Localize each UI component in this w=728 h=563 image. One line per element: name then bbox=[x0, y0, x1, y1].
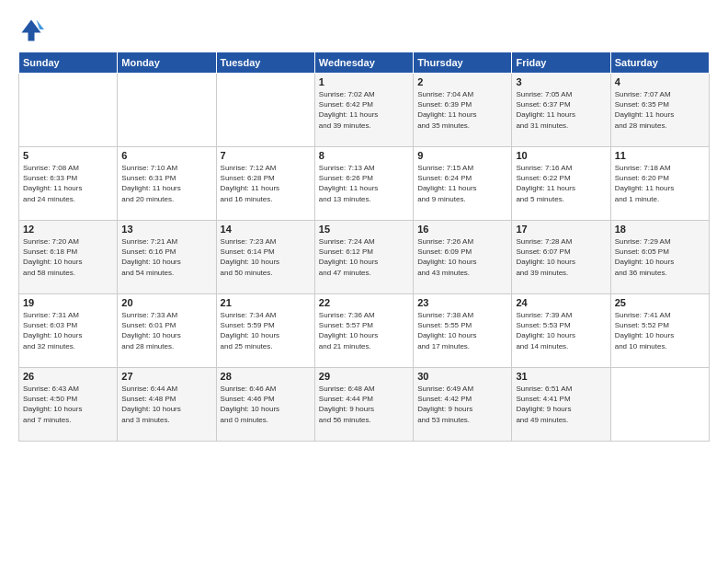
weekday-header-tuesday: Tuesday bbox=[216, 52, 314, 74]
cell-content: Sunrise: 7:24 AM Sunset: 6:12 PM Dayligh… bbox=[319, 236, 409, 278]
calendar-cell: 17Sunrise: 7:28 AM Sunset: 6:07 PM Dayli… bbox=[512, 221, 610, 294]
cell-content: Sunrise: 7:20 AM Sunset: 6:18 PM Dayligh… bbox=[23, 236, 113, 278]
calendar-cell: 23Sunrise: 7:38 AM Sunset: 5:55 PM Dayli… bbox=[414, 294, 512, 368]
day-number: 28 bbox=[221, 371, 311, 382]
day-number: 18 bbox=[615, 224, 705, 235]
cell-content: Sunrise: 7:18 AM Sunset: 6:20 PM Dayligh… bbox=[615, 163, 705, 204]
cell-content: Sunrise: 7:02 AM Sunset: 6:42 PM Dayligh… bbox=[319, 89, 409, 131]
calendar-cell: 18Sunrise: 7:29 AM Sunset: 6:05 PM Dayli… bbox=[610, 221, 709, 294]
cell-content: Sunrise: 7:16 AM Sunset: 6:22 PM Dayligh… bbox=[516, 163, 606, 204]
calendar-cell: 6Sunrise: 7:10 AM Sunset: 6:31 PM Daylig… bbox=[118, 147, 216, 221]
day-number: 9 bbox=[417, 150, 507, 161]
week-row-3: 12Sunrise: 7:20 AM Sunset: 6:18 PM Dayli… bbox=[19, 221, 710, 294]
calendar-cell: 24Sunrise: 7:39 AM Sunset: 5:53 PM Dayli… bbox=[512, 294, 610, 368]
day-number: 30 bbox=[417, 371, 507, 382]
day-number: 16 bbox=[417, 224, 507, 235]
day-number: 29 bbox=[319, 371, 409, 382]
weekday-header-row: SundayMondayTuesdayWednesdayThursdayFrid… bbox=[19, 52, 710, 74]
day-number: 10 bbox=[516, 150, 606, 161]
calendar-cell: 25Sunrise: 7:41 AM Sunset: 5:52 PM Dayli… bbox=[610, 294, 709, 368]
week-row-4: 19Sunrise: 7:31 AM Sunset: 6:03 PM Dayli… bbox=[19, 294, 710, 368]
cell-content: Sunrise: 7:04 AM Sunset: 6:39 PM Dayligh… bbox=[417, 89, 507, 131]
calendar-cell: 4Sunrise: 7:07 AM Sunset: 6:35 PM Daylig… bbox=[610, 74, 709, 147]
calendar-cell: 14Sunrise: 7:23 AM Sunset: 6:14 PM Dayli… bbox=[216, 221, 314, 294]
calendar-cell: 2Sunrise: 7:04 AM Sunset: 6:39 PM Daylig… bbox=[414, 74, 512, 147]
week-row-2: 5Sunrise: 7:08 AM Sunset: 6:33 PM Daylig… bbox=[19, 147, 710, 221]
cell-content: Sunrise: 7:41 AM Sunset: 5:52 PM Dayligh… bbox=[615, 310, 705, 351]
cell-content: Sunrise: 7:23 AM Sunset: 6:14 PM Dayligh… bbox=[221, 236, 311, 278]
day-number: 14 bbox=[221, 224, 311, 235]
cell-content: Sunrise: 7:08 AM Sunset: 6:33 PM Dayligh… bbox=[23, 163, 113, 204]
cell-content: Sunrise: 7:33 AM Sunset: 6:01 PM Dayligh… bbox=[121, 310, 211, 351]
day-number: 31 bbox=[516, 371, 606, 382]
calendar-cell: 26Sunrise: 6:43 AM Sunset: 4:50 PM Dayli… bbox=[19, 368, 118, 442]
calendar-cell: 12Sunrise: 7:20 AM Sunset: 6:18 PM Dayli… bbox=[19, 221, 118, 294]
cell-content: Sunrise: 7:26 AM Sunset: 6:09 PM Dayligh… bbox=[417, 236, 507, 278]
calendar-cell: 15Sunrise: 7:24 AM Sunset: 6:12 PM Dayli… bbox=[314, 221, 413, 294]
day-number: 23 bbox=[417, 297, 507, 308]
calendar-cell: 30Sunrise: 6:49 AM Sunset: 4:42 PM Dayli… bbox=[414, 368, 512, 442]
cell-content: Sunrise: 7:31 AM Sunset: 6:03 PM Dayligh… bbox=[23, 310, 113, 351]
calendar-cell: 3Sunrise: 7:05 AM Sunset: 6:37 PM Daylig… bbox=[512, 74, 610, 147]
day-number: 21 bbox=[221, 297, 311, 308]
day-number: 5 bbox=[23, 150, 113, 161]
cell-content: Sunrise: 7:39 AM Sunset: 5:53 PM Dayligh… bbox=[516, 310, 606, 351]
calendar-cell: 20Sunrise: 7:33 AM Sunset: 6:01 PM Dayli… bbox=[118, 294, 216, 368]
day-number: 8 bbox=[319, 150, 409, 161]
cell-content: Sunrise: 6:46 AM Sunset: 4:46 PM Dayligh… bbox=[221, 384, 311, 425]
calendar-cell: 5Sunrise: 7:08 AM Sunset: 6:33 PM Daylig… bbox=[19, 147, 118, 221]
calendar-cell: 8Sunrise: 7:13 AM Sunset: 6:26 PM Daylig… bbox=[314, 147, 413, 221]
calendar-cell: 10Sunrise: 7:16 AM Sunset: 6:22 PM Dayli… bbox=[512, 147, 610, 221]
day-number: 27 bbox=[121, 371, 211, 382]
cell-content: Sunrise: 7:12 AM Sunset: 6:28 PM Dayligh… bbox=[221, 163, 311, 204]
day-number: 3 bbox=[516, 76, 606, 87]
day-number: 11 bbox=[615, 150, 705, 161]
calendar-cell: 1Sunrise: 7:02 AM Sunset: 6:42 PM Daylig… bbox=[314, 74, 413, 147]
cell-content: Sunrise: 7:07 AM Sunset: 6:35 PM Dayligh… bbox=[615, 89, 705, 131]
cell-content: Sunrise: 7:28 AM Sunset: 6:07 PM Dayligh… bbox=[516, 236, 606, 278]
day-number: 24 bbox=[516, 297, 606, 308]
day-number: 20 bbox=[121, 297, 211, 308]
cell-content: Sunrise: 7:13 AM Sunset: 6:26 PM Dayligh… bbox=[319, 163, 409, 204]
calendar-cell: 22Sunrise: 7:36 AM Sunset: 5:57 PM Dayli… bbox=[314, 294, 413, 368]
calendar-cell: 21Sunrise: 7:34 AM Sunset: 5:59 PM Dayli… bbox=[216, 294, 314, 368]
cell-content: Sunrise: 7:21 AM Sunset: 6:16 PM Dayligh… bbox=[121, 236, 211, 278]
calendar-cell: 13Sunrise: 7:21 AM Sunset: 6:16 PM Dayli… bbox=[118, 221, 216, 294]
calendar-cell: 11Sunrise: 7:18 AM Sunset: 6:20 PM Dayli… bbox=[610, 147, 709, 221]
calendar-cell bbox=[216, 74, 314, 147]
day-number: 13 bbox=[121, 224, 211, 235]
day-number: 19 bbox=[23, 297, 113, 308]
logo bbox=[18, 17, 48, 42]
weekday-header-saturday: Saturday bbox=[610, 52, 709, 74]
calendar-cell: 29Sunrise: 6:48 AM Sunset: 4:44 PM Dayli… bbox=[314, 368, 413, 442]
weekday-header-friday: Friday bbox=[512, 52, 610, 74]
cell-content: Sunrise: 7:15 AM Sunset: 6:24 PM Dayligh… bbox=[417, 163, 507, 204]
cell-content: Sunrise: 7:34 AM Sunset: 5:59 PM Dayligh… bbox=[221, 310, 311, 351]
week-row-1: 1Sunrise: 7:02 AM Sunset: 6:42 PM Daylig… bbox=[19, 74, 710, 147]
week-row-5: 26Sunrise: 6:43 AM Sunset: 4:50 PM Dayli… bbox=[19, 368, 710, 442]
day-number: 22 bbox=[319, 297, 409, 308]
cell-content: Sunrise: 7:10 AM Sunset: 6:31 PM Dayligh… bbox=[121, 163, 211, 204]
cell-content: Sunrise: 6:44 AM Sunset: 4:48 PM Dayligh… bbox=[121, 384, 211, 425]
header bbox=[18, 17, 710, 42]
day-number: 4 bbox=[615, 76, 705, 87]
cell-content: Sunrise: 6:51 AM Sunset: 4:41 PM Dayligh… bbox=[516, 384, 606, 425]
cell-content: Sunrise: 6:43 AM Sunset: 4:50 PM Dayligh… bbox=[23, 384, 113, 425]
cell-content: Sunrise: 7:29 AM Sunset: 6:05 PM Dayligh… bbox=[615, 236, 705, 278]
weekday-header-monday: Monday bbox=[118, 52, 216, 74]
cell-content: Sunrise: 7:05 AM Sunset: 6:37 PM Dayligh… bbox=[516, 89, 606, 131]
day-number: 6 bbox=[121, 150, 211, 161]
calendar-cell: 28Sunrise: 6:46 AM Sunset: 4:46 PM Dayli… bbox=[216, 368, 314, 442]
calendar-cell bbox=[19, 74, 118, 147]
calendar-cell: 7Sunrise: 7:12 AM Sunset: 6:28 PM Daylig… bbox=[216, 147, 314, 221]
calendar-cell: 19Sunrise: 7:31 AM Sunset: 6:03 PM Dayli… bbox=[19, 294, 118, 368]
cell-content: Sunrise: 6:48 AM Sunset: 4:44 PM Dayligh… bbox=[319, 384, 409, 425]
calendar-cell bbox=[118, 74, 216, 147]
calendar-cell: 9Sunrise: 7:15 AM Sunset: 6:24 PM Daylig… bbox=[414, 147, 512, 221]
weekday-header-wednesday: Wednesday bbox=[314, 52, 413, 74]
cell-content: Sunrise: 6:49 AM Sunset: 4:42 PM Dayligh… bbox=[417, 384, 507, 425]
calendar-cell bbox=[610, 368, 709, 442]
weekday-header-sunday: Sunday bbox=[19, 52, 118, 74]
weekday-header-thursday: Thursday bbox=[414, 52, 512, 74]
calendar-cell: 16Sunrise: 7:26 AM Sunset: 6:09 PM Dayli… bbox=[414, 221, 512, 294]
